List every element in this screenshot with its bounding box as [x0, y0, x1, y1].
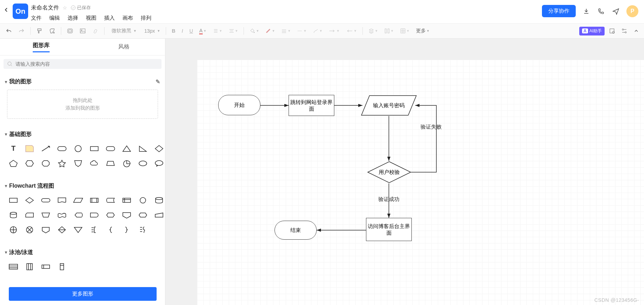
line-height-button[interactable]: ▼ — [211, 27, 225, 35]
fc-process[interactable] — [7, 195, 20, 206]
download-icon[interactable] — [582, 7, 591, 15]
fc-sum[interactable] — [7, 224, 20, 235]
fc-tape[interactable] — [56, 209, 68, 221]
shape-ellipse[interactable] — [137, 158, 149, 169]
more-shapes-button[interactable]: 更多图形 — [9, 287, 157, 301]
image-icon[interactable] — [77, 26, 88, 35]
flow-node-input[interactable]: 输入账号密码 — [361, 95, 417, 116]
connector-button[interactable]: ▼ — [311, 27, 324, 35]
fc-offpage2[interactable] — [39, 224, 52, 235]
back-button[interactable] — [3, 6, 10, 13]
underline-button[interactable]: U — [187, 27, 195, 35]
shape-pentagon[interactable] — [7, 158, 20, 169]
fc-card[interactable] — [23, 209, 36, 221]
lane-v[interactable] — [23, 261, 36, 272]
arrow-start-button[interactable]: ▼ — [327, 27, 342, 34]
shape-star[interactable] — [56, 158, 68, 169]
favorite-icon[interactable]: ☆ — [63, 5, 67, 11]
section-swimlane[interactable]: ▾泳池/泳道 — [5, 246, 160, 259]
flow-node-check[interactable]: 用户校验 — [367, 161, 411, 183]
fc-prep[interactable] — [137, 209, 149, 221]
line-style-button[interactable]: ▼ — [295, 27, 309, 35]
shape-hexagon[interactable] — [23, 158, 36, 169]
menu-view[interactable]: 视图 — [86, 15, 96, 21]
redo-button[interactable] — [16, 26, 27, 35]
shape-triangle[interactable] — [120, 143, 133, 154]
stroke-color-button[interactable]: ▼ — [263, 27, 277, 35]
fc-internal[interactable] — [120, 195, 133, 206]
shape-trapezoid[interactable] — [104, 158, 117, 169]
fc-offpage[interactable] — [120, 209, 133, 221]
shape-arrow-line[interactable] — [39, 143, 52, 154]
clear-format-icon[interactable] — [47, 26, 57, 35]
search-input[interactable] — [15, 61, 158, 67]
fc-cylinder[interactable] — [7, 209, 20, 221]
fc-document[interactable] — [56, 195, 68, 206]
fc-terminator[interactable] — [39, 195, 52, 206]
fc-loop[interactable] — [104, 209, 117, 221]
format-painter-icon[interactable] — [34, 26, 45, 35]
shape-right-triangle[interactable] — [137, 143, 149, 154]
canvas-area[interactable]: 开始 跳转到网站登录界面 输入账号密码 用户校验 验证失败 验证成功 访问博客后… — [165, 39, 644, 305]
shape-cloud[interactable] — [88, 158, 101, 169]
menu-canvas[interactable]: 画布 — [122, 15, 133, 21]
shape-note[interactable] — [23, 143, 36, 154]
layers-button[interactable]: ▼ — [366, 27, 380, 35]
distribute-button[interactable]: ▼ — [382, 27, 396, 35]
edit-icon[interactable]: ✎ — [156, 78, 160, 85]
flow-node-jump[interactable]: 跳转到网站登录界面 — [289, 95, 334, 116]
fc-merge[interactable] — [72, 224, 84, 235]
menu-edit[interactable]: 编辑 — [49, 15, 60, 21]
shape-speech[interactable] — [153, 158, 165, 169]
shape-search[interactable] — [4, 59, 162, 69]
shape-octagon[interactable] — [39, 158, 52, 169]
italic-button[interactable]: I — [179, 27, 185, 35]
shape-diamond[interactable] — [153, 143, 165, 154]
fc-data[interactable] — [72, 195, 84, 206]
tab-shapes[interactable]: 图形库 — [0, 39, 83, 55]
section-basic-shapes[interactable]: ▾基础图形 — [5, 128, 160, 141]
fc-brace-right[interactable] — [120, 224, 133, 235]
menu-select[interactable]: 选择 — [68, 15, 78, 21]
section-flowchart[interactable]: ▾Flowchart 流程图 — [5, 180, 160, 193]
shape-teardrop[interactable] — [120, 158, 133, 169]
flow-node-start[interactable]: 开始 — [218, 95, 260, 115]
fc-collate[interactable] — [137, 224, 149, 235]
fc-delay[interactable] — [88, 209, 101, 221]
share-button[interactable]: 分享协作 — [542, 5, 576, 17]
fc-database[interactable] — [153, 195, 165, 206]
fc-or[interactable] — [23, 224, 36, 235]
font-size-select[interactable]: 13px▼ — [141, 27, 162, 35]
fc-predefined[interactable] — [88, 195, 101, 206]
fc-decision[interactable] — [23, 195, 36, 206]
shape-rect[interactable] — [88, 143, 101, 154]
lane-single[interactable] — [39, 261, 52, 272]
bold-button[interactable]: B — [170, 27, 177, 35]
flow-node-end[interactable]: 结束 — [274, 221, 317, 240]
lane-h[interactable] — [7, 261, 20, 272]
section-my-shapes[interactable]: ▾ 我的图形 ✎ — [5, 75, 160, 88]
undo-button[interactable] — [4, 26, 14, 35]
font-color-button[interactable]: A▼ — [197, 26, 208, 36]
menu-arrange[interactable]: 排列 — [141, 15, 151, 21]
shape-shield[interactable] — [72, 158, 84, 169]
fc-brace-left[interactable] — [104, 224, 117, 235]
shape-rounded-rect[interactable] — [56, 143, 68, 154]
stroke-width-button[interactable]: ▼ — [279, 27, 293, 35]
shape-text[interactable]: T — [7, 143, 20, 154]
send-icon[interactable] — [612, 7, 620, 15]
tab-style[interactable]: 风格 — [83, 39, 165, 55]
toolbar-more[interactable]: 更多 ▼ — [414, 26, 432, 35]
group-button[interactable]: ▼ — [398, 27, 412, 35]
settings-icon[interactable] — [620, 27, 629, 35]
lane-single-v[interactable] — [56, 261, 68, 272]
document-title[interactable]: 未命名文件 — [31, 4, 59, 12]
container-icon[interactable] — [65, 26, 75, 35]
find-icon[interactable] — [608, 27, 617, 35]
fc-stored[interactable] — [104, 195, 117, 206]
font-family-select[interactable]: 微软雅黑▼ — [108, 26, 139, 35]
shape-circle[interactable] — [72, 143, 84, 154]
shape-pill[interactable] — [104, 143, 117, 154]
menu-file[interactable]: 文件 — [31, 15, 42, 21]
fc-annotation[interactable] — [88, 224, 101, 235]
